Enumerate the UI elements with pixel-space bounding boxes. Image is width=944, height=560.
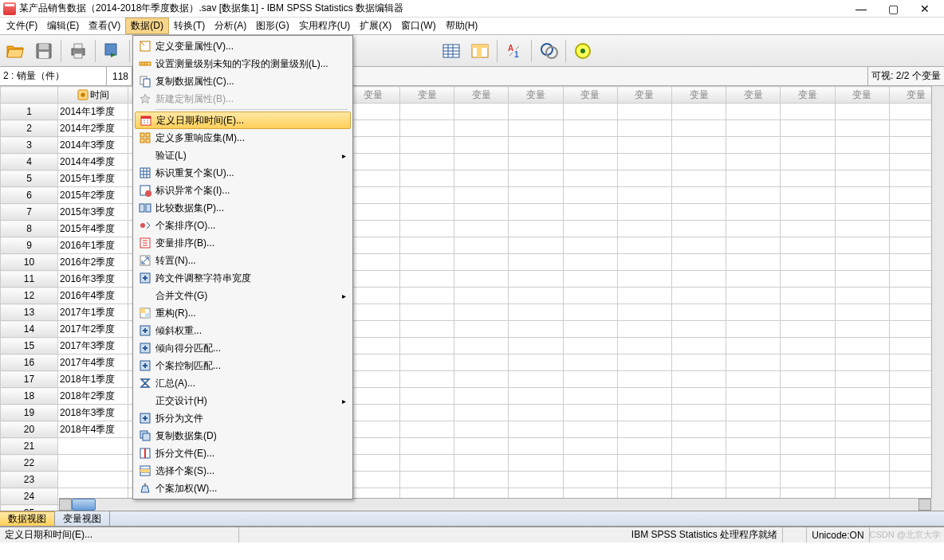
row-header[interactable]: 17 — [1, 371, 58, 388]
menu-item[interactable]: 个案加权(W)... — [135, 480, 351, 497]
empty-column-header[interactable]: 变量 — [672, 87, 726, 104]
data-cell[interactable]: 2017年4季度 — [58, 354, 128, 371]
menu-item[interactable]: 正交设计(H) — [135, 392, 351, 409]
row-header[interactable]: 14 — [1, 321, 58, 338]
data-cell[interactable]: 2016年3季度 — [58, 271, 128, 288]
data-cell[interactable]: 2016年1季度 — [58, 237, 128, 254]
data-cell[interactable]: 2014年4季度 — [58, 154, 128, 170]
data-cell[interactable]: 2014年3季度 — [58, 137, 128, 154]
menu-item[interactable]: 转置(N)... — [135, 252, 351, 269]
data-cell[interactable]: 2018年4季度 — [58, 421, 128, 438]
row-header[interactable]: 10 — [1, 254, 58, 271]
menu-item[interactable]: 个案排序(O)... — [135, 217, 351, 234]
row-header[interactable]: 18 — [1, 388, 58, 405]
goto-var-button[interactable] — [466, 37, 494, 65]
menu-item[interactable]: 拆分为文件 — [135, 409, 351, 427]
empty-column-header[interactable]: 变量 — [835, 87, 889, 104]
empty-column-header[interactable]: 变量 — [563, 87, 617, 104]
goto-case-button[interactable] — [438, 37, 465, 65]
menu-item[interactable]: 比较数据集(P)... — [135, 199, 351, 217]
tab-data-view[interactable]: 数据视图 — [0, 511, 55, 526]
menu-item[interactable]: 标识重复个案(U)... — [135, 164, 351, 182]
row-header[interactable]: 4 — [1, 154, 58, 170]
row-header[interactable]: 24 — [1, 488, 58, 505]
menu-item[interactable]: 定义变量属性(V)... — [135, 37, 351, 55]
cell-value[interactable]: 118 — [107, 67, 132, 85]
row-header[interactable]: 2 — [1, 120, 58, 137]
menu-item[interactable]: 复制数据属性(C)... — [135, 72, 351, 90]
row-header[interactable]: 21 — [1, 438, 58, 455]
vertical-scrollbar[interactable] — [931, 86, 944, 498]
save-button[interactable] — [30, 37, 57, 65]
menu-item[interactable]: 定义多重响应集(M)... — [135, 129, 351, 147]
menu-item[interactable]: 合并文件(G) — [135, 287, 351, 304]
variables-button[interactable]: A1 — [501, 37, 528, 65]
menu-help[interactable]: 帮助(H) — [441, 18, 483, 34]
row-header[interactable]: 22 — [1, 455, 58, 472]
data-cell[interactable]: 2017年1季度 — [58, 304, 128, 321]
recall-dialog-button[interactable] — [99, 37, 126, 65]
open-button[interactable] — [2, 37, 29, 65]
menu-extend[interactable]: 扩展(X) — [355, 18, 396, 34]
row-header[interactable]: 15 — [1, 338, 58, 354]
data-cell[interactable]: 2018年3季度 — [58, 405, 128, 421]
menu-util[interactable]: 实用程序(U) — [294, 18, 356, 34]
empty-column-header[interactable]: 变量 — [726, 87, 781, 104]
row-header[interactable]: 20 — [1, 421, 58, 438]
data-cell[interactable]: 2015年1季度 — [58, 170, 128, 187]
menu-graph[interactable]: 图形(G) — [251, 18, 293, 34]
menu-view[interactable]: 查看(V) — [84, 18, 125, 34]
data-cell[interactable]: 2015年4季度 — [58, 221, 128, 237]
cell-reference[interactable]: 2 : 销量（件） — [0, 67, 107, 85]
value-labels-button[interactable] — [535, 37, 562, 65]
row-header[interactable]: 25 — [1, 505, 58, 511]
menu-item[interactable]: 复制数据集(D) — [135, 427, 351, 444]
data-cell[interactable]: 2014年2季度 — [58, 120, 128, 137]
row-header[interactable]: 3 — [1, 137, 58, 154]
data-cell[interactable]: 2018年2季度 — [58, 388, 128, 405]
data-cell[interactable]: 2017年2季度 — [58, 321, 128, 338]
row-header[interactable]: 9 — [1, 237, 58, 254]
close-button[interactable]: ✕ — [909, 1, 941, 17]
menu-item[interactable]: 验证(L) — [135, 147, 351, 164]
menu-window[interactable]: 窗口(W) — [396, 18, 440, 34]
menu-data[interactable]: 数据(D) — [125, 18, 169, 34]
menu-file[interactable]: 文件(F) — [2, 18, 42, 34]
row-header[interactable]: 1 — [1, 104, 58, 120]
data-cell[interactable]: 2018年1季度 — [58, 371, 128, 388]
menu-item[interactable]: 倾向得分匹配... — [135, 339, 351, 357]
data-cell[interactable]: 2016年2季度 — [58, 254, 128, 271]
tab-variable-view[interactable]: 变量视图 — [55, 511, 110, 526]
menu-transform[interactable]: 转换(T) — [169, 18, 210, 34]
menu-item[interactable]: 汇总(A)... — [135, 374, 351, 392]
row-header[interactable]: 6 — [1, 187, 58, 204]
menu-item[interactable]: 变量排序(B)... — [135, 234, 351, 252]
maximize-button[interactable]: ▢ — [877, 1, 909, 17]
empty-column-header[interactable]: 变量 — [617, 87, 671, 104]
row-header[interactable]: 7 — [1, 204, 58, 221]
data-cell[interactable]: 2017年3季度 — [58, 338, 128, 354]
print-button[interactable] — [65, 37, 92, 65]
use-sets-button[interactable] — [569, 37, 596, 65]
row-header[interactable]: 5 — [1, 170, 58, 187]
menu-item[interactable]: 倾斜权重... — [135, 322, 351, 339]
menu-analyze[interactable]: 分析(A) — [210, 18, 251, 34]
empty-column-header[interactable]: 变量 — [781, 87, 835, 104]
empty-column-header[interactable]: 变量 — [345, 87, 399, 104]
menu-item[interactable]: 设置测量级别未知的字段的测量级别(L)... — [135, 55, 351, 72]
row-header[interactable]: 16 — [1, 354, 58, 371]
row-header[interactable]: 11 — [1, 271, 58, 288]
minimize-button[interactable]: — — [845, 1, 877, 17]
menu-item[interactable]: 拆分文件(E)... — [135, 444, 351, 462]
data-cell[interactable]: 2014年1季度 — [58, 104, 128, 120]
menu-item[interactable]: 标识异常个案(I)... — [135, 182, 351, 199]
data-cell[interactable]: 2015年3季度 — [58, 204, 128, 221]
row-header[interactable]: 13 — [1, 304, 58, 321]
menu-edit[interactable]: 编辑(E) — [42, 18, 84, 34]
menu-item[interactable]: 跨文件调整字符串宽度 — [135, 269, 351, 287]
row-header[interactable]: 19 — [1, 405, 58, 421]
row-header[interactable]: 12 — [1, 288, 58, 304]
empty-column-header[interactable]: 变量 — [454, 87, 509, 104]
row-header[interactable]: 23 — [1, 472, 58, 488]
menu-item[interactable]: 选择个案(S)... — [135, 462, 351, 480]
